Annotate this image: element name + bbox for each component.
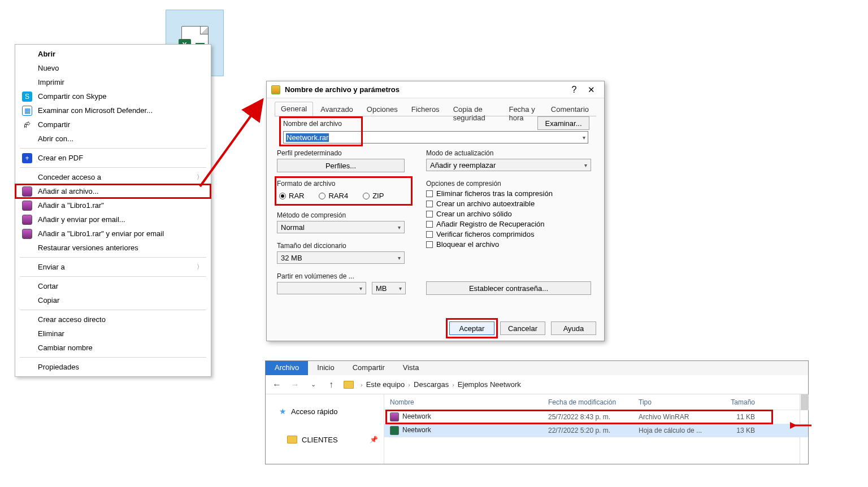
tab-general[interactable]: General: [275, 102, 313, 116]
label-split: Partir en volúmenes de ...: [277, 272, 407, 280]
menu-delete[interactable]: Eliminar: [15, 327, 211, 341]
label-dictionary: Tamaño del diccionario: [277, 242, 407, 250]
radio-rar4[interactable]: RAR4: [319, 192, 348, 200]
folder-icon: [287, 436, 297, 443]
dialog-tabs: General Avanzado Opciones Ficheros Copia…: [275, 102, 596, 116]
radio-zip[interactable]: ZIP: [363, 192, 384, 200]
columns-header[interactable]: Nombre Fecha de modificación Tipo Tamaño: [384, 394, 808, 410]
menu-share[interactable]: ⮳Compartir: [15, 118, 211, 132]
nav-toolbar: ← → ⌄ ↑ ›Este equipo ›Descargas ›Ejemplo…: [266, 375, 808, 394]
menu-rename[interactable]: Cambiar nombre: [15, 341, 211, 355]
tab-datetime[interactable]: Fecha y hora: [502, 102, 543, 116]
profiles-button[interactable]: Perfiles...: [277, 159, 405, 172]
winrar-icon: [22, 229, 32, 239]
separator: [20, 167, 206, 168]
share-icon: ⮳: [22, 120, 32, 130]
menu-copy[interactable]: Copiar: [15, 293, 211, 307]
label-profile: Perfil predeterminado: [277, 149, 407, 157]
menu-cut[interactable]: Cortar: [15, 279, 211, 293]
chk-verify[interactable]: Verificar ficheros comprimidos: [426, 230, 593, 238]
menu-create-shortcut[interactable]: Crear acceso directo: [15, 312, 211, 327]
menu-skype[interactable]: SCompartir con Skype: [15, 89, 211, 103]
winrar-icon: [22, 186, 32, 197]
tab-files[interactable]: Ficheros: [405, 102, 446, 116]
label-compress-opts: Opciones de compresión: [426, 180, 593, 188]
plus-icon: +: [22, 153, 32, 163]
cancel-button[interactable]: Cancelar: [500, 321, 545, 335]
menu-open[interactable]: Abrir: [15, 47, 211, 61]
chevron-right-icon: 〉: [197, 263, 203, 271]
ribbon-tabs: Archivo Inicio Compartir Vista: [266, 361, 808, 375]
winrar-icon: [22, 215, 32, 225]
update-mode-combo[interactable]: Añadir y reemplazar▾: [426, 159, 591, 171]
menu-send-to[interactable]: Enviar a〉: [15, 260, 211, 274]
chk-recovery[interactable]: Añadir Registro de Recuperación: [426, 220, 593, 228]
file-context-menu: Abrir Nuevo Imprimir SCompartir con Skyp…: [15, 44, 211, 377]
chk-solid[interactable]: Crear un archivo sólido: [426, 210, 593, 218]
split-unit-combo[interactable]: MB▾: [372, 282, 406, 294]
label-filename: Nombre del archivo: [283, 120, 342, 128]
menu-defender[interactable]: ▦Examinar con Microsoft Defender...: [15, 103, 211, 118]
chk-lock[interactable]: Bloquear el archivo: [426, 240, 593, 249]
menu-new[interactable]: Nuevo: [15, 61, 211, 75]
menu-grant-access[interactable]: Conceder acceso a〉: [15, 170, 211, 184]
chevron-down-icon: ▾: [398, 224, 401, 231]
nav-recent-icon[interactable]: ⌄: [307, 381, 319, 388]
menu-add-to-libro1-email[interactable]: Añadir a "Libro1.rar" y enviar por email: [15, 227, 211, 241]
menu-add-to-archive[interactable]: Añadir al archivo...: [15, 184, 211, 198]
close-icon[interactable]: ✕: [583, 85, 600, 95]
breadcrumb[interactable]: ›Este equipo ›Descargas ›Ejemplos Neetwo…: [361, 380, 521, 389]
dialog-titlebar: Nombre de archivo y parámetros ? ✕: [267, 81, 604, 98]
sidebar-quick-access[interactable]: ★Acceso rápido: [279, 403, 378, 419]
nav-up-icon[interactable]: ↑: [326, 380, 337, 390]
tab-compartir[interactable]: Compartir: [344, 361, 394, 375]
menu-open-with[interactable]: Abrir con...: [15, 132, 211, 146]
radio-rar[interactable]: RAR: [279, 192, 304, 200]
menu-restore-versions[interactable]: Restaurar versiones anteriores: [15, 241, 211, 255]
set-password-button[interactable]: Establecer contraseña...: [426, 281, 591, 295]
chk-sfx[interactable]: Crear un archivo autoextraible: [426, 199, 593, 208]
nav-back-icon[interactable]: ←: [271, 380, 283, 390]
explorer-sidebar: ★Acceso rápido CLIENTES📌: [266, 394, 384, 464]
dictionary-combo[interactable]: 32 MB▾: [277, 251, 405, 264]
chk-delete-after[interactable]: Eliminar ficheros tras la compresión: [426, 189, 593, 198]
compress-method-combo[interactable]: Normal▾: [277, 221, 405, 233]
file-row-xlsx[interactable]: Neetwork 22/7/2022 5:20 p. m. Hoja de cá…: [384, 424, 808, 437]
folder-icon: [344, 381, 354, 389]
winrar-icon: [22, 201, 32, 211]
chevron-right-icon: 〉: [197, 173, 203, 181]
menu-add-to-libro1[interactable]: Añadir a "Libro1.rar": [15, 198, 211, 212]
menu-print[interactable]: Imprimir: [15, 75, 211, 89]
tab-backup[interactable]: Copia de seguridad: [447, 102, 502, 116]
dialog-title: Nombre de archivo y parámetros: [285, 85, 566, 94]
nav-forward-icon[interactable]: →: [289, 380, 301, 390]
help-button[interactable]: Ayuda: [551, 321, 596, 335]
menu-create-pdf[interactable]: +Crear en PDF: [15, 151, 211, 165]
tab-archivo[interactable]: Archivo: [266, 361, 308, 375]
separator: [20, 148, 206, 149]
tab-options[interactable]: Opciones: [361, 102, 404, 116]
chevron-down-icon: ▾: [399, 285, 402, 292]
menu-add-and-email[interactable]: Añadir y enviar por email...: [15, 212, 211, 227]
tab-comment[interactable]: Comentario: [545, 102, 595, 116]
split-size-combo[interactable]: ▾: [277, 282, 366, 294]
file-row-rar[interactable]: Neetwork 25/7/2022 8:43 p. m. Archivo Wi…: [384, 410, 808, 424]
help-icon[interactable]: ?: [566, 85, 583, 95]
separator: [20, 276, 206, 277]
rar-file-icon: [390, 412, 399, 421]
file-list: Nombre Fecha de modificación Tipo Tamaño…: [384, 394, 808, 464]
sidebar-clientes[interactable]: CLIENTES📌: [279, 432, 378, 447]
accept-button[interactable]: Aceptar: [449, 321, 494, 335]
archive-dialog: Nombre de archivo y parámetros ? ✕ Gener…: [266, 81, 605, 341]
menu-properties[interactable]: Propiedades: [15, 360, 211, 374]
separator: [20, 257, 206, 258]
tab-advanced[interactable]: Avanzado: [314, 102, 359, 116]
filename-input[interactable]: Neetwork.rar ▾: [283, 131, 588, 144]
tab-inicio[interactable]: Inicio: [308, 361, 343, 375]
chevron-down-icon[interactable]: ▾: [583, 134, 585, 141]
chevron-down-icon: ▾: [398, 255, 401, 261]
browse-button[interactable]: Examinar...: [537, 116, 589, 130]
chevron-down-icon: ▾: [359, 285, 362, 292]
tab-vista[interactable]: Vista: [394, 361, 428, 375]
label-compress-method: Método de compresión: [277, 211, 407, 219]
